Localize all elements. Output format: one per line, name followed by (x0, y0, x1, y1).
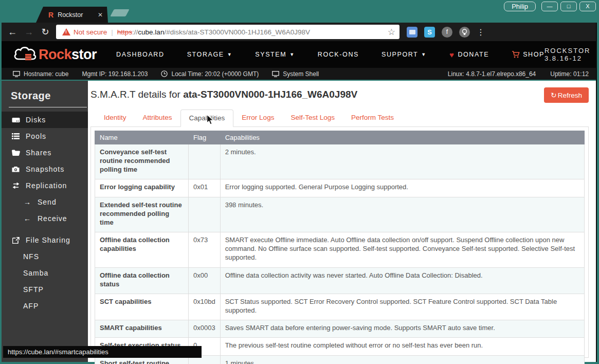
sidebar-item-nfs[interactable]: NFS (2, 248, 88, 265)
caret-down-icon: ▼ (227, 52, 233, 57)
mgmt-ip-item: Mgmt IP: 192.168.1.203 (82, 70, 148, 78)
sidebar-item-sftp[interactable]: SFTP (2, 281, 88, 298)
list-icon (11, 133, 20, 139)
nav-rockons[interactable]: ROCK-ONS (318, 51, 359, 58)
tab-identity[interactable]: Identity (96, 110, 135, 127)
skype-extension-icon[interactable]: S (424, 27, 435, 38)
table-row: Extended self-test routine recommended p… (95, 197, 585, 232)
sidebar-item-samba[interactable]: Samba (2, 265, 88, 281)
window-frame: R Rockstor ✕ Philip — □ X ← → ↻ Not secu… (0, 0, 599, 364)
maximize-button[interactable]: □ (560, 2, 577, 11)
sidebar-item-file-sharing[interactable]: File Sharing (2, 232, 88, 248)
sidebar-item-replication[interactable]: Replication (2, 177, 88, 194)
system-shell-item[interactable]: System Shell (272, 70, 319, 78)
sidebar-item-afp[interactable]: AFP (2, 298, 88, 314)
hostname-item: Hostname: cube (13, 70, 68, 78)
disk-name: ata-ST3000VN000-1HJ166_W6A0J98V (183, 89, 357, 100)
arrow-right-icon: → (23, 198, 32, 206)
url-text[interactable]: https://cube.lan/#disks/ata-ST3000VN000-… (117, 28, 310, 36)
caret-down-icon: ▼ (421, 52, 427, 57)
tab-self-test-logs[interactable]: Self-Test Logs (282, 110, 343, 127)
bookmark-star-icon[interactable]: ☆ (388, 27, 395, 38)
caret-down-icon: ▼ (289, 52, 295, 57)
uptime-label: Uptime: 01:12 (550, 70, 589, 78)
fedora-extension-icon[interactable]: f (442, 27, 452, 38)
local-time-item: Local Time: 20:02 (+0000 GMT) (161, 70, 259, 78)
monitor-icon (13, 71, 20, 77)
address-bar[interactable]: Not secure | https://cube.lan/#disks/ata… (56, 25, 400, 39)
tab-error-logs[interactable]: Error Logs (233, 110, 282, 127)
hdd-icon (11, 117, 20, 123)
table-row: SMART capabilities0x0003Saves SMART data… (95, 320, 585, 338)
lightbulb-extension-icon[interactable] (459, 27, 470, 38)
nav-system[interactable]: SYSTEM▼ (255, 51, 295, 58)
arrow-left-icon: ← (23, 214, 32, 223)
tab-attributes[interactable]: Attributes (135, 110, 180, 127)
tab-perform-tests[interactable]: Perform Tests (343, 110, 402, 127)
smart-tabs: Identity Attributes Capabilities Error L… (90, 110, 589, 127)
sidebar-item-send[interactable]: → Send (2, 194, 88, 210)
sidebar-item-pools[interactable]: Pools (2, 128, 88, 144)
table-row: Error logging capability0x01Error loggin… (95, 179, 585, 197)
table-row: Offline data collection status0x00Offlin… (95, 267, 585, 294)
capabilities-table: Name Flag Capabilities Conveyance self-t… (95, 131, 585, 364)
page-title: S.M.A.R.T details for ata-ST3000VN000-1H… (90, 87, 357, 100)
camera-icon (11, 166, 20, 172)
browser-tab-title: Rockstor (58, 11, 94, 19)
status-link-preview: https://cube.lan/#smartcapabilities (3, 346, 202, 358)
rockstor-favicon-icon: R (48, 11, 53, 19)
nav-support[interactable]: SUPPORT▼ (382, 51, 427, 58)
close-button[interactable]: X (579, 2, 596, 11)
swap-arrows-icon (11, 183, 20, 189)
back-icon[interactable]: ← (7, 27, 18, 38)
browser-toolbar: ← → ↻ Not secure | https://cube.lan/#dis… (2, 23, 596, 41)
sidebar-item-disks[interactable]: Disks (2, 112, 88, 128)
clock-icon (161, 70, 168, 77)
sidebar: Storage Disks Pools Shares Snapshots (2, 81, 88, 362)
minimize-button[interactable]: — (541, 2, 558, 11)
browser-tab[interactable]: R Rockstor ✕ (36, 7, 108, 23)
main-content: S.M.A.R.T details for ata-ST3000VN000-1H… (88, 81, 596, 362)
table-row: Conveyance self-test routine recommended… (95, 144, 585, 179)
linux-version-label: Linux: 4.8.7-1.el7.elrepo.x86_64 (448, 70, 536, 78)
session-user-button[interactable]: Philip (504, 2, 536, 11)
heart-icon: ♥ (449, 50, 455, 59)
reload-icon[interactable]: ↻ (40, 26, 51, 38)
not-secure-label[interactable]: Not secure (74, 28, 107, 36)
tab-close-icon[interactable]: ✕ (98, 11, 103, 19)
nav-shop[interactable]: SHOP (512, 51, 544, 58)
forward-icon: → (23, 27, 34, 38)
sidebar-item-receive[interactable]: ← Receive (2, 210, 88, 227)
cloud-logo-icon (13, 46, 38, 63)
warning-icon (62, 28, 70, 35)
window-titlebar: R Rockstor ✕ Philip — □ X (0, 0, 599, 23)
host-info-bar: Hostname: cube Mgmt IP: 192.168.1.203 Lo… (2, 68, 596, 81)
nav-storage[interactable]: STORAGE▼ (187, 51, 233, 58)
nav-donate[interactable]: ♥DONATE (449, 50, 489, 59)
new-tab-button[interactable] (110, 9, 129, 16)
refresh-button[interactable]: ↻ Refresh (544, 87, 589, 103)
monitor-icon (272, 71, 279, 77)
sidebar-item-shares[interactable]: Shares (2, 144, 88, 161)
share-icon (11, 237, 20, 244)
mouse-cursor (206, 114, 215, 125)
sidebar-item-snapshots[interactable]: Snapshots (2, 161, 88, 177)
cart-icon (512, 51, 520, 58)
sidebar-heading: Storage (2, 88, 88, 107)
column-header-capabilities: Capabilities (220, 131, 584, 144)
refresh-icon: ↻ (551, 91, 557, 99)
table-row: SCT capabilities0x10bdSCT Status support… (95, 294, 585, 320)
folder-icon (11, 150, 20, 156)
column-header-flag: Flag (189, 131, 221, 144)
capabilities-panel: Name Flag Capabilities Conveyance self-t… (90, 127, 589, 358)
browser-menu-icon[interactable]: ⋮ (477, 27, 485, 37)
nav-dashboard[interactable]: DASHBOARD (116, 51, 165, 58)
screenshot-extension-icon[interactable] (407, 27, 418, 38)
rockstor-logo[interactable]: Rockstor (13, 46, 97, 63)
column-header-name: Name (95, 131, 189, 144)
app-navbar: Rockstor DASHBOARD STORAGE▼ SYSTEM▼ ROCK… (2, 41, 596, 68)
version-label: ROCKSTOR 3.8.16-12 (544, 47, 590, 62)
table-row: Offline data collection capabilities0x73… (95, 232, 585, 267)
